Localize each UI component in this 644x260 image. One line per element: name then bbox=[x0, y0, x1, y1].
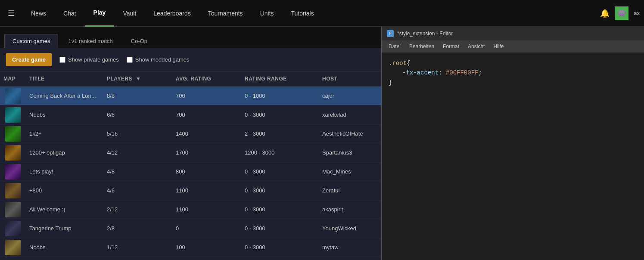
nav-item-units[interactable]: Units bbox=[252, 0, 283, 27]
map-thumbnail bbox=[5, 183, 21, 198]
players-cell: 2/12 bbox=[103, 204, 172, 214]
title-cell: All Welcome :) bbox=[26, 204, 103, 214]
players-cell: 8/8 bbox=[103, 91, 172, 101]
map-thumbnail bbox=[5, 88, 21, 104]
host-cell: akaspirit bbox=[319, 204, 381, 214]
nav-item-play[interactable]: Play bbox=[85, 0, 115, 27]
show-modded-games-checkbox[interactable] bbox=[127, 57, 133, 63]
code-value: #00FF00FF bbox=[442, 69, 478, 76]
editor-menu-format[interactable]: Format bbox=[439, 42, 463, 51]
game-list: Coming Back After a Lon... 8/8 700 0 - 1… bbox=[0, 87, 381, 260]
players-cell: 5/16 bbox=[103, 129, 172, 139]
map-thumbnail bbox=[5, 107, 21, 123]
nav-item-vault[interactable]: Vault bbox=[114, 0, 145, 27]
map-cell bbox=[0, 200, 26, 219]
map-cell bbox=[0, 162, 26, 181]
tab-custom-games[interactable]: Custom games bbox=[4, 34, 58, 48]
title-cell: 1k2+ bbox=[26, 129, 103, 139]
title-cell: 1200+ optigap bbox=[26, 148, 103, 158]
table-row[interactable]: Coming Back After a Lon... 8/8 700 0 - 1… bbox=[0, 87, 381, 105]
map-cell bbox=[0, 87, 26, 105]
nav-item-leaderboards[interactable]: Leaderboards bbox=[145, 0, 199, 27]
nav-item-tutorials[interactable]: Tutorials bbox=[283, 0, 323, 27]
avg-rating-cell: 700 bbox=[172, 110, 241, 120]
username-label: ax bbox=[634, 10, 640, 16]
nav-item-news[interactable]: News bbox=[22, 0, 55, 27]
notification-bell-icon[interactable]: 🔔 bbox=[600, 9, 610, 18]
host-cell: YoungWicked bbox=[319, 223, 381, 233]
editor-menu-bearbeiten[interactable]: Bearbeiten bbox=[406, 42, 438, 51]
map-thumbnail bbox=[5, 221, 21, 236]
nav-item-chat[interactable]: Chat bbox=[55, 0, 85, 27]
col-header-map: Map bbox=[0, 74, 26, 84]
show-modded-games-label[interactable]: Show modded games bbox=[127, 56, 190, 63]
table-row[interactable]: 1200+ optigap 4/12 1700 1200 - 3000 Spar… bbox=[0, 143, 381, 162]
avg-rating-cell: 100 bbox=[172, 242, 241, 252]
col-header-players[interactable]: Players ▼ bbox=[103, 74, 172, 84]
nav-right: 🔔 👾 ax bbox=[600, 6, 640, 20]
rating-range-cell: 0 - 1000 bbox=[241, 91, 319, 101]
code-open-brace: { bbox=[407, 60, 410, 67]
rating-range-cell: 0 - 3000 bbox=[241, 223, 319, 233]
players-cell: 4/8 bbox=[103, 167, 172, 176]
editor-title: *style_extension - Editor bbox=[397, 31, 453, 37]
avg-rating-cell: 1100 bbox=[172, 186, 241, 195]
host-cell: mytaw bbox=[319, 242, 381, 252]
show-private-games-text: Show private games bbox=[68, 56, 119, 63]
col-header-avg-rating: Avg. Rating bbox=[172, 74, 241, 84]
map-thumbnail bbox=[5, 145, 21, 161]
code-line-property: -fx-accent: #00FF00FF; bbox=[389, 68, 637, 77]
editor-menu-hilfe[interactable]: Hilfe bbox=[490, 42, 507, 51]
main-content: Custom games 1v1 ranked match Co-Op Crea… bbox=[0, 27, 644, 260]
show-private-games-checkbox[interactable] bbox=[59, 57, 65, 63]
table-row[interactable]: Tangerine Trump 2/8 0 0 - 3000 YoungWick… bbox=[0, 219, 381, 238]
nav-item-tournaments[interactable]: Tournaments bbox=[199, 0, 252, 27]
avg-rating-cell: 1700 bbox=[172, 148, 241, 158]
hamburger-menu[interactable]: ☰ bbox=[4, 5, 18, 22]
rating-range-cell: 0 - 3000 bbox=[241, 186, 319, 195]
col-header-title: Title bbox=[26, 74, 103, 84]
show-modded-games-text: Show modded games bbox=[135, 56, 190, 63]
editor-content[interactable]: .root{ -fx-accent: #00FF00FF; } bbox=[382, 53, 644, 260]
editor-titlebar: E *style_extension - Editor bbox=[382, 27, 644, 40]
editor-menu-datei[interactable]: Datei bbox=[385, 42, 404, 51]
host-cell: Zeratul bbox=[319, 186, 381, 195]
map-cell bbox=[0, 238, 26, 257]
players-cell: 6/6 bbox=[103, 110, 172, 120]
rating-range-cell: 2 - 3000 bbox=[241, 129, 319, 139]
map-cell bbox=[0, 219, 26, 238]
avg-rating-cell: 1400 bbox=[172, 129, 241, 139]
avg-rating-cell: 1100 bbox=[172, 204, 241, 214]
tab-bar: Custom games 1v1 ranked match Co-Op bbox=[0, 27, 381, 48]
map-thumbnail bbox=[5, 164, 21, 180]
show-private-games-label[interactable]: Show private games bbox=[59, 56, 119, 63]
avg-rating-cell: 700 bbox=[172, 91, 241, 101]
rating-range-cell: 0 - 3000 bbox=[241, 110, 319, 120]
editor-panel: E *style_extension - Editor Datei Bearbe… bbox=[381, 27, 644, 260]
table-row[interactable]: Noobs 6/6 700 0 - 3000 xarekvlad bbox=[0, 105, 381, 124]
tab-coop[interactable]: Co-Op bbox=[123, 34, 156, 48]
create-game-button[interactable]: Create game bbox=[6, 53, 52, 66]
tab-1v1-ranked[interactable]: 1v1 ranked match bbox=[60, 34, 121, 48]
editor-menubar: Datei Bearbeiten Format Ansicht Hilfe bbox=[382, 40, 644, 53]
host-cell: Mac_Mines bbox=[319, 167, 381, 176]
table-row[interactable]: +800 4/6 1100 0 - 3000 Zeratul bbox=[0, 181, 381, 200]
sort-arrow-icon: ▼ bbox=[136, 76, 141, 82]
code-close-brace: } bbox=[389, 79, 392, 86]
table-row[interactable]: 1k2+ 5/16 1400 2 - 3000 AestheticOfHate bbox=[0, 124, 381, 143]
map-cell bbox=[0, 181, 26, 200]
table-row[interactable]: Noobs 1/12 100 0 - 3000 mytaw bbox=[0, 238, 381, 257]
avg-rating-cell: 0 bbox=[172, 223, 241, 233]
top-navigation: ☰ News Chat Play Vault Leaderboards Tour… bbox=[0, 0, 644, 27]
map-cell bbox=[0, 124, 26, 143]
map-cell bbox=[0, 143, 26, 162]
title-cell: Noobs bbox=[26, 242, 103, 252]
editor-menu-ansicht[interactable]: Ansicht bbox=[464, 42, 488, 51]
table-row[interactable]: All Welcome :) 2/12 1100 0 - 3000 akaspi… bbox=[0, 200, 381, 219]
col-header-rating-range: Rating Range bbox=[241, 74, 319, 84]
title-cell: +800 bbox=[26, 186, 103, 195]
user-avatar[interactable]: 👾 bbox=[615, 6, 628, 20]
map-thumbnail bbox=[5, 126, 21, 142]
table-row[interactable]: Lets play! 4/8 800 0 - 3000 Mac_Mines bbox=[0, 162, 381, 181]
rating-range-cell: 0 - 3000 bbox=[241, 204, 319, 214]
